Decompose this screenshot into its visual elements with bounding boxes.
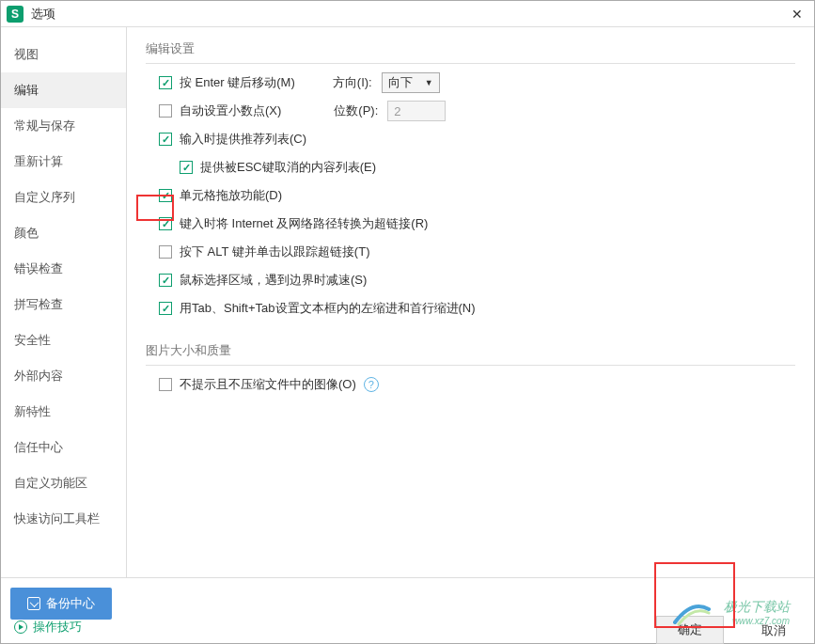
sidebar-item-new-feature[interactable]: 新特性 (1, 394, 126, 430)
sidebar-item-error-check[interactable]: 错误检查 (1, 251, 126, 287)
checkbox-cell-drag[interactable] (159, 189, 172, 202)
sidebar-item-custom-seq[interactable]: 自定义序列 (1, 180, 126, 215)
label-mouse-select: 鼠标选择区域，遇到边界时减速(S) (180, 272, 367, 289)
footer: 备份中心 操作技巧 极光下载站 www.xz7.com 确定 取消 (1, 577, 814, 643)
row-internet-link: 键入时将 Internet 及网络路径转换为超链接(R) (159, 212, 795, 235)
sidebar-item-color[interactable]: 颜色 (1, 215, 126, 251)
action-buttons: 确定 取消 (656, 578, 795, 644)
options-dialog: S 选项 ✕ 视图 编辑 常规与保存 重新计算 自定义序列 颜色 错误检查 拼写… (0, 0, 815, 644)
content-panel: 编辑设置 按 Enter 键后移动(M) 方向(I): 向下 ▼ 自动设置小数点… (127, 27, 814, 577)
window-title: 选项 (31, 6, 786, 23)
sidebar-item-custom-ribbon[interactable]: 自定义功能区 (1, 465, 126, 501)
label-tab-indent: 用Tab、Shift+Tab设置文本框内的左缩进和首行缩进(N) (180, 300, 476, 317)
label-input-recommend: 输入时提供推荐列表(C) (180, 131, 306, 148)
checkbox-internet-link[interactable] (159, 217, 172, 230)
ok-button[interactable]: 确定 (656, 616, 724, 644)
checkbox-mouse-select[interactable] (159, 274, 172, 287)
sidebar-item-external[interactable]: 外部内容 (1, 358, 126, 394)
checkbox-no-compress[interactable] (159, 378, 172, 391)
sidebar-item-trust-center[interactable]: 信任中心 (1, 430, 126, 465)
sidebar-item-security[interactable]: 安全性 (1, 322, 126, 358)
cancel-button[interactable]: 取消 (752, 618, 795, 644)
checkbox-input-recommend[interactable] (159, 133, 172, 146)
section-title-image: 图片大小和质量 (146, 342, 795, 366)
row-alt-click: 按下 ALT 键并单击以跟踪超链接(T) (159, 241, 795, 263)
app-icon: S (7, 6, 24, 23)
label-no-compress: 不提示且不压缩文件中的图像(O) (180, 376, 356, 393)
select-direction[interactable]: 向下 ▼ (382, 72, 440, 93)
label-cell-drag: 单元格拖放功能(D) (180, 187, 282, 204)
sidebar: 视图 编辑 常规与保存 重新计算 自定义序列 颜色 错误检查 拼写检查 安全性 … (1, 27, 127, 577)
sidebar-item-quick-access[interactable]: 快速访问工具栏 (1, 501, 126, 537)
label-enter-move: 按 Enter 键后移动(M) (180, 74, 295, 91)
backup-label: 备份中心 (46, 595, 95, 612)
input-digits[interactable]: 2 (387, 101, 446, 121)
backup-icon (27, 597, 40, 610)
play-icon (14, 620, 27, 634)
section-image-quality: 图片大小和质量 不提示且不压缩文件中的图像(O) ? (146, 342, 795, 396)
tips-link[interactable]: 操作技巧 (14, 619, 82, 636)
sidebar-item-recalc[interactable]: 重新计算 (1, 144, 126, 180)
label-auto-decimal: 自动设置小数点(X) (180, 102, 281, 119)
dialog-body: 视图 编辑 常规与保存 重新计算 自定义序列 颜色 错误检查 拼写检查 安全性 … (1, 27, 814, 577)
tips-label: 操作技巧 (33, 619, 82, 636)
sidebar-item-spell-check[interactable]: 拼写检查 (1, 287, 126, 322)
chevron-down-icon: ▼ (425, 78, 433, 87)
checkbox-auto-decimal[interactable] (159, 104, 172, 118)
row-auto-decimal: 自动设置小数点(X) 位数(P): 2 (159, 100, 795, 122)
label-alt-click: 按下 ALT 键并单击以跟踪超链接(T) (180, 243, 369, 260)
section-edit-settings: 编辑设置 按 Enter 键后移动(M) 方向(I): 向下 ▼ 自动设置小数点… (146, 40, 795, 320)
sidebar-item-edit[interactable]: 编辑 (1, 72, 126, 108)
backup-center-button[interactable]: 备份中心 (10, 588, 112, 620)
label-internet-link: 键入时将 Internet 及网络路径转换为超链接(R) (180, 215, 428, 232)
row-tab-indent: 用Tab、Shift+Tab设置文本框内的左缩进和首行缩进(N) (159, 297, 795, 320)
checkbox-esc-cancel[interactable] (180, 161, 193, 174)
titlebar: S 选项 ✕ (1, 1, 814, 27)
checkbox-tab-indent[interactable] (159, 302, 172, 315)
row-esc-cancel: 提供被ESC键取消的内容列表(E) (180, 156, 795, 179)
checkbox-enter-move[interactable] (159, 76, 172, 89)
row-no-compress: 不提示且不压缩文件中的图像(O) ? (159, 373, 795, 396)
sidebar-item-general-save[interactable]: 常规与保存 (1, 108, 126, 144)
row-input-recommend: 输入时提供推荐列表(C) (159, 128, 795, 150)
row-mouse-select: 鼠标选择区域，遇到边界时减速(S) (159, 269, 795, 291)
label-direction: 方向(I): (333, 74, 372, 91)
label-digits: 位数(P): (334, 102, 378, 119)
footer-left: 备份中心 操作技巧 (10, 578, 112, 620)
label-esc-cancel: 提供被ESC键取消的内容列表(E) (200, 159, 376, 176)
close-button[interactable]: ✕ (786, 7, 808, 22)
row-cell-drag: 单元格拖放功能(D) (159, 184, 795, 207)
help-icon[interactable]: ? (364, 377, 379, 392)
row-enter-move: 按 Enter 键后移动(M) 方向(I): 向下 ▼ (159, 71, 795, 94)
section-title-edit: 编辑设置 (146, 40, 795, 64)
checkbox-alt-click[interactable] (159, 245, 172, 259)
select-direction-value: 向下 (388, 74, 413, 91)
sidebar-item-view[interactable]: 视图 (1, 37, 126, 72)
